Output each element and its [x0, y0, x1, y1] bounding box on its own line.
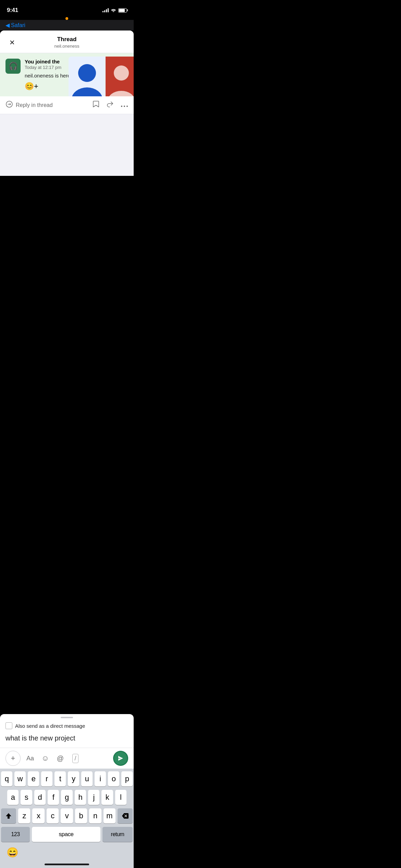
content-spacer: [0, 114, 134, 176]
action-bar: Reply in thread: [0, 96, 134, 114]
thread-title: Thread: [54, 36, 80, 43]
person-head-blue: [78, 64, 96, 82]
overlapping-avatars: [69, 57, 134, 96]
person-head-red: [114, 65, 129, 81]
message-area: 🎧 You joined the Today at 12:17 pm neil.…: [0, 53, 134, 96]
avatar-container: 🎧: [5, 59, 21, 74]
reply-text: Reply in thread: [16, 102, 53, 108]
svg-point-3: [126, 106, 128, 107]
reply-icon: [5, 100, 13, 110]
reply-in-thread-button[interactable]: Reply in thread: [5, 100, 90, 110]
status-bar: 9:41: [0, 0, 134, 17]
notification-dot: [65, 17, 68, 20]
add-reaction-button[interactable]: 😊+: [25, 82, 38, 91]
signal-icon: [102, 8, 109, 12]
status-icons: [102, 8, 127, 13]
thread-subtitle: neil.oneness: [54, 44, 80, 49]
person-body-blue: [72, 87, 102, 96]
action-icons: [93, 100, 128, 110]
avatar-red: [106, 57, 134, 96]
safari-back-label[interactable]: Safari: [11, 22, 25, 28]
avatar: 🎧: [5, 59, 21, 74]
headphones-icon: 🎧: [9, 62, 18, 71]
share-button[interactable]: [106, 100, 114, 110]
thread-header: ✕ Thread neil.oneness: [0, 31, 134, 53]
safari-back-bar: ◀ Safari: [0, 20, 134, 31]
more-options-button[interactable]: [121, 101, 128, 109]
bookmark-button[interactable]: [93, 100, 99, 110]
svg-point-1: [121, 106, 122, 107]
person-body-red: [108, 91, 134, 96]
main-content: ✕ Thread neil.oneness 🎧 You joined the T…: [0, 31, 134, 114]
battery-icon: [118, 8, 127, 13]
avatar-blue: [69, 57, 106, 96]
svg-point-2: [124, 106, 125, 107]
close-icon[interactable]: ✕: [9, 38, 15, 47]
thread-title-area: Thread neil.oneness: [54, 36, 80, 49]
close-button[interactable]: ✕: [7, 37, 17, 48]
status-time: 9:41: [7, 7, 18, 14]
back-arrow-icon[interactable]: ◀: [5, 22, 10, 28]
wifi-icon: [111, 8, 116, 13]
